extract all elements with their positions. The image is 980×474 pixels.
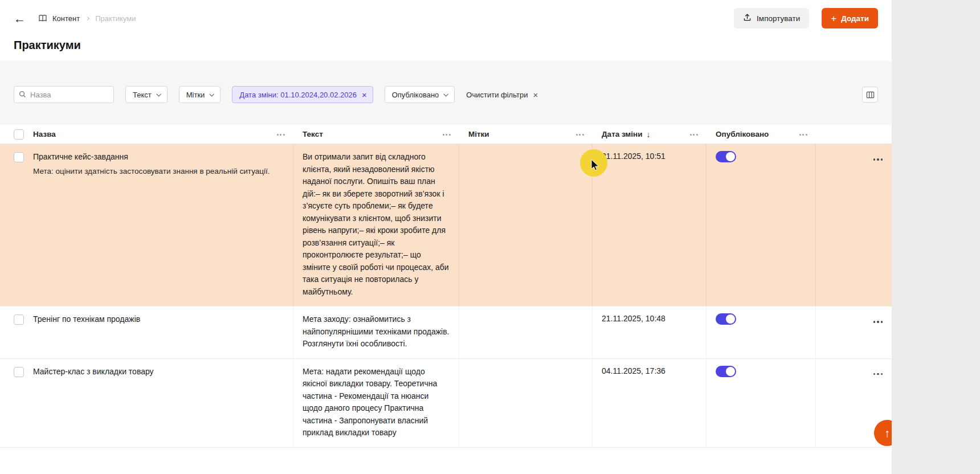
row-text: Мета заходу: ознайомитись з найпопулярні… xyxy=(293,307,459,358)
table-row[interactable]: Тренінг по технікам продажів Мета заходу… xyxy=(0,307,892,359)
title-row: Практикуми xyxy=(0,36,892,61)
table-header: Назва Текст Мітки Дата зміни ↓ Опу xyxy=(0,125,892,144)
column-header-name[interactable]: Назва xyxy=(33,130,56,138)
breadcrumb: Контент Практикуми xyxy=(38,14,136,23)
row-tags-cell xyxy=(459,307,593,358)
clear-filters-icon: × xyxy=(533,91,538,99)
import-label: Імпортувати xyxy=(757,14,800,23)
column-menu-icon[interactable] xyxy=(689,129,699,140)
row-name: Практичне кейс-завдання xyxy=(33,152,270,161)
arrow-up-icon: ↑ xyxy=(884,427,890,440)
filter-text-button[interactable]: Текст xyxy=(125,86,168,103)
column-settings-button[interactable] xyxy=(862,87,878,103)
add-label: Додати xyxy=(841,14,869,23)
cursor-icon xyxy=(589,159,601,171)
row-actions-button[interactable] xyxy=(871,314,885,328)
column-menu-icon[interactable] xyxy=(798,129,808,140)
date-filter-chip[interactable]: Дата зміни: 01.10.2024,20.02.2026 × xyxy=(232,86,373,103)
filter-published-button[interactable]: Опубліковано xyxy=(385,86,455,103)
breadcrumb-section[interactable]: Контент xyxy=(52,14,80,23)
table-body: Практичне кейс-завдання Мета: оцінити зд… xyxy=(0,144,892,448)
page-title: Практикуми xyxy=(14,39,878,52)
row-tags-cell xyxy=(459,144,593,306)
page-header: ← Контент Практикуми Імпортувати + xyxy=(0,0,892,61)
column-menu-icon[interactable] xyxy=(575,129,585,140)
row-date: 04.11.2025, 17:36 xyxy=(593,359,707,447)
back-button[interactable]: ← xyxy=(14,13,26,24)
date-filter-label: Дата зміни: 01.10.2024,20.02.2026 xyxy=(239,91,357,99)
clear-filters-button[interactable]: Очистити фільтри × xyxy=(466,91,538,99)
filter-text-label: Текст xyxy=(133,91,152,99)
row-checkbox[interactable] xyxy=(14,152,24,162)
published-toggle[interactable] xyxy=(716,366,736,377)
column-header-actions xyxy=(816,125,892,144)
app-window: ← Контент Практикуми Імпортувати + xyxy=(0,0,892,474)
name-block: Практичне кейс-завдання Мета: оцінити зд… xyxy=(33,152,270,175)
table-row[interactable]: Майстер-клас з викладки товару Мета: над… xyxy=(0,359,892,448)
columns-icon xyxy=(866,91,875,99)
breadcrumb-current: Практикуми xyxy=(95,14,136,23)
row-checkbox[interactable] xyxy=(14,314,24,325)
filter-bar: Текст Мітки Дата зміни: 01.10.2024,20.02… xyxy=(0,86,892,103)
name-block: Майстер-клас з викладки товару xyxy=(33,367,154,376)
topbar: ← Контент Практикуми Імпортувати + xyxy=(0,0,892,36)
table-row[interactable]: Практичне кейс-завдання Мета: оцінити зд… xyxy=(0,144,892,307)
column-menu-icon[interactable] xyxy=(442,129,451,140)
book-icon xyxy=(38,14,47,23)
row-date: 21.11.2025, 10:48 xyxy=(593,307,707,358)
column-header-date[interactable]: Дата зміни xyxy=(602,130,643,138)
row-actions-button[interactable] xyxy=(871,367,885,381)
clear-filters-label: Очистити фільтри xyxy=(466,91,528,99)
chevron-down-icon xyxy=(444,92,448,96)
column-menu-icon[interactable] xyxy=(276,129,285,140)
published-toggle[interactable] xyxy=(716,313,736,325)
sort-desc-icon[interactable]: ↓ xyxy=(647,130,651,139)
row-tags-cell xyxy=(459,359,593,447)
import-icon xyxy=(743,13,752,23)
search-icon xyxy=(19,91,26,98)
select-all-checkbox[interactable] xyxy=(14,129,24,140)
chevron-down-icon xyxy=(156,92,161,96)
topbar-actions: Імпортувати + Додати xyxy=(734,8,878,28)
row-text: Мета: надати рекомендації щодо якісної в… xyxy=(293,359,459,447)
search-input[interactable] xyxy=(14,86,114,103)
plus-icon: + xyxy=(831,14,836,23)
chip-close-icon[interactable]: × xyxy=(362,91,367,99)
data-table: Назва Текст Мітки Дата зміни ↓ Опу xyxy=(0,125,892,474)
breadcrumb-chevron-icon xyxy=(85,16,89,20)
chevron-down-icon xyxy=(210,92,214,96)
row-date: 21.11.2025, 10:51 xyxy=(593,144,707,306)
filter-published-label: Опубліковано xyxy=(392,91,439,99)
search-box xyxy=(14,86,114,103)
row-actions-button[interactable] xyxy=(871,152,885,166)
row-name: Майстер-клас з викладки товару xyxy=(33,367,154,376)
column-header-published[interactable]: Опубліковано xyxy=(716,130,769,138)
filter-tags-label: Мітки xyxy=(186,91,205,99)
row-text: Ви отримали запит від складного клієнта,… xyxy=(293,144,459,306)
import-button[interactable]: Імпортувати xyxy=(734,8,809,28)
add-button[interactable]: + Додати xyxy=(822,8,878,28)
page-content: Текст Мітки Дата зміни: 01.10.2024,20.02… xyxy=(0,61,892,474)
row-name: Тренінг по технікам продажів xyxy=(33,314,140,324)
row-subtitle: Мета: оцінити здатність застосовувати зн… xyxy=(33,167,270,175)
column-header-tags[interactable]: Мітки xyxy=(468,130,489,138)
published-toggle[interactable] xyxy=(716,151,736,162)
column-header-text[interactable]: Текст xyxy=(303,130,323,138)
row-checkbox[interactable] xyxy=(14,367,24,377)
name-block: Тренінг по технікам продажів xyxy=(33,314,140,324)
filter-tags-button[interactable]: Мітки xyxy=(179,86,221,103)
